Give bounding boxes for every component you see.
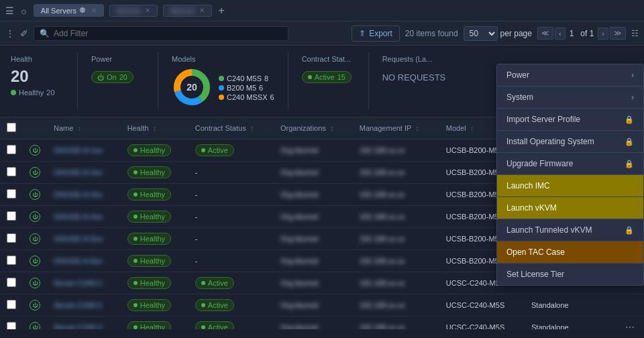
menu-item-install-os[interactable]: Install Operating System 🔒 [497, 131, 643, 153]
last-page-button[interactable]: ≫ [610, 27, 626, 40]
health-value: Healthy [140, 146, 165, 154]
requests-title: Requests (La... [382, 55, 446, 63]
grid-view-icon[interactable]: ⋮ [5, 28, 15, 39]
ip-value: 192.168.xx.xx [360, 168, 405, 176]
add-tab-button[interactable]: + [219, 5, 225, 17]
menu-launch-imc-label: Launch IMC [506, 181, 550, 190]
organizations-header[interactable]: Organizations ↕ [274, 117, 353, 139]
menu-section-1: Power › System › [497, 64, 643, 109]
server-name[interactable]: OHUGE-H-3xx [54, 190, 103, 199]
server-name[interactable]: OHUGE-H-4xx [54, 213, 103, 221]
row-checkbox[interactable] [7, 322, 16, 329]
health-sub: Healthy 20 [11, 89, 64, 97]
contract-value: - [195, 213, 198, 221]
health-value: Healthy [140, 323, 165, 329]
name-header[interactable]: Name ↕ [47, 117, 121, 139]
row-health-cell: Healthy [121, 184, 189, 206]
server-name[interactable]: OHUGE-H-1xx [54, 146, 103, 154]
row-checkbox[interactable] [7, 300, 16, 309]
menu-icon[interactable]: ☰ [5, 5, 14, 16]
row-name-cell: OHUGE-H-6xx [47, 250, 121, 272]
row-checkbox[interactable] [7, 167, 16, 176]
server-name[interactable]: Server-C240-1 [54, 279, 102, 287]
row-checkbox[interactable] [7, 256, 16, 265]
row-mode-cell: Standalone [525, 294, 616, 317]
prev-page-button[interactable]: ‹ [555, 27, 566, 40]
power-button[interactable]: ⏻ [30, 278, 40, 288]
menu-power-label: Power [506, 70, 529, 80]
bookmark-icon[interactable]: ☼ [19, 5, 28, 16]
menu-section-4: Open TAC Case Set License Tier [497, 241, 643, 285]
server-name[interactable]: OHUGE-H-6xx [54, 257, 103, 265]
org-value: Org-blurred [280, 235, 318, 243]
server-name[interactable]: Server-C240-2 [54, 301, 102, 309]
columns-icon[interactable]: ☷ [631, 29, 639, 38]
next-page-button[interactable]: › [598, 27, 608, 40]
row-checkbox-cell [0, 139, 23, 162]
tab-2[interactable]: blurred ✕ [109, 5, 158, 17]
export-button[interactable]: ⇑ Export [352, 25, 400, 42]
row-checkbox[interactable] [7, 145, 16, 154]
legend-dot-b200m5 [219, 85, 224, 91]
contract-status-header[interactable]: Contract Status ↕ [189, 117, 274, 139]
row-name-cell: Server-C240-3 [47, 317, 121, 330]
server-name[interactable]: OHUGE-H-2xx [54, 168, 103, 176]
power-button[interactable]: ⏻ [30, 189, 40, 200]
menu-item-import-profile[interactable]: Import Server Profile 🔒 [497, 109, 643, 131]
menu-item-upgrade-firmware[interactable]: Upgrade Firmware 🔒 [497, 153, 643, 174]
refresh-icon[interactable]: ⚉ [79, 6, 86, 15]
menu-item-open-tac[interactable]: Open TAC Case [497, 241, 643, 264]
power-button[interactable]: ⏻ [30, 167, 40, 178]
tab-3-close-icon[interactable]: ✕ [199, 7, 205, 14]
row-ip-cell: 192.168.xx.xx [353, 206, 439, 228]
row-ip-cell: 192.168.xx.xx [353, 250, 439, 272]
menu-item-power[interactable]: Power › [497, 64, 643, 87]
search-input[interactable] [54, 29, 282, 38]
tab-3[interactable]: blurred ✕ [163, 5, 211, 17]
row-actions-button[interactable]: ⋯ [623, 321, 637, 329]
tab-3-label: blurred [170, 7, 193, 15]
first-page-button[interactable]: ≪ [537, 27, 553, 40]
contract-card: Contract Stat... Active 15 [302, 52, 369, 110]
row-ip-cell: 192.168.xx.xx [353, 162, 439, 184]
tab-2-close-icon[interactable]: ✕ [145, 7, 150, 14]
power-badge: ⏻ On 20 [91, 71, 133, 83]
server-name[interactable]: OHUGE-H-5xx [54, 235, 103, 243]
menu-item-launch-imc[interactable]: Launch IMC [497, 175, 643, 197]
menu-item-launch-vkvm[interactable]: Launch vKVM [497, 197, 643, 219]
per-page-select[interactable]: 50 25 100 [464, 26, 498, 41]
row-checkbox[interactable] [7, 278, 16, 287]
power-button[interactable]: ⏻ [30, 300, 40, 311]
power-button[interactable]: ⏻ [30, 145, 40, 156]
power-button[interactable]: ⏻ [30, 211, 40, 222]
select-all-checkbox[interactable] [7, 123, 16, 132]
menu-item-set-license[interactable]: Set License Tier [497, 264, 643, 285]
row-checkbox[interactable] [7, 189, 16, 199]
edit-icon[interactable]: ✐ [20, 28, 28, 39]
health-badge: Healthy [127, 233, 171, 245]
health-sort-icon: ↕ [153, 124, 157, 132]
management-ip-header[interactable]: Management IP ↕ [353, 117, 439, 139]
row-checkbox[interactable] [7, 233, 16, 243]
menu-item-launch-tunneled[interactable]: Launch Tunneled vKVM 🔒 [497, 219, 643, 241]
current-page: 1 [567, 27, 577, 40]
power-header [23, 117, 47, 139]
power-button[interactable]: ⏻ [30, 233, 40, 244]
row-contract-cell: Active [189, 317, 274, 330]
row-org-cell: Org-blurred [274, 317, 353, 330]
tab-all-servers[interactable]: All Servers ⚉ ✕ [34, 4, 104, 17]
items-found: 20 items found [405, 29, 458, 38]
power-button[interactable]: ⏻ [30, 256, 40, 266]
health-total: 20 [11, 67, 64, 86]
tab-close-icon[interactable]: ✕ [91, 7, 97, 14]
org-value: Org-blurred [280, 190, 318, 199]
page-of-label: of 1 [578, 27, 596, 40]
row-power-cell: ⏻ [23, 206, 47, 228]
health-header[interactable]: Health ↕ [121, 117, 189, 139]
contract-value: - [195, 190, 198, 199]
server-name[interactable]: Server-C240-3 [54, 323, 102, 329]
system-arrow-icon: › [631, 93, 634, 102]
row-checkbox[interactable] [7, 211, 16, 221]
menu-item-system[interactable]: System › [497, 87, 643, 108]
power-button[interactable]: ⏻ [30, 322, 40, 329]
